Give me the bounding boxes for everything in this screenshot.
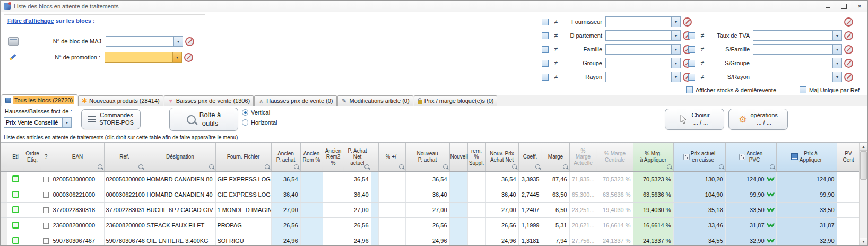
column-header[interactable]: Ancien PVC <box>725 143 776 171</box>
filter-checkbox[interactable] <box>542 19 549 25</box>
filter-combobox[interactable]: ▾ <box>605 72 681 82</box>
clear-promotion-icon[interactable] <box>184 53 193 62</box>
column-header[interactable]: PV Cent <box>837 143 860 171</box>
filter-combobox[interactable]: ▾ <box>605 58 681 68</box>
checkbox[interactable] <box>800 86 806 93</box>
fnct-combobox[interactable]: Prix Vente Conseillé ▾ <box>4 117 72 128</box>
filter-checkbox[interactable] <box>688 46 695 53</box>
column-header[interactable]: Ref. <box>104 143 145 171</box>
table-row[interactable]: 0200503000000020050300000HOMARD CANADIEN… <box>1 171 860 187</box>
maximize-button[interactable] <box>836 1 852 12</box>
column-header[interactable] <box>371 143 378 171</box>
column-header[interactable]: Coeff. <box>518 143 542 171</box>
radio-button[interactable] <box>242 109 248 116</box>
table-row[interactable]: 0000306221000000030622100HOMARD CANADIEN… <box>1 187 860 202</box>
tab-tous-les-blocs-29720[interactable]: Tous les blocs (29720) <box>2 94 77 106</box>
filter-checkbox[interactable] <box>542 74 549 81</box>
clear-filter-icon[interactable] <box>844 31 853 40</box>
column-header[interactable]: % Marge Actuelle <box>569 143 597 171</box>
filter-checkbox[interactable] <box>542 60 549 67</box>
tab-nouveaux-produits-28414[interactable]: Nouveaux produits (28414) <box>78 95 163 106</box>
tab-modifications-article-0[interactable]: Modifications article (0) <box>337 95 413 106</box>
column-header[interactable]: Désignation <box>145 143 215 171</box>
chevron-down-icon[interactable]: ▾ <box>832 31 841 40</box>
clear-filter-icon[interactable] <box>844 59 853 68</box>
radio-horizontal[interactable]: Horizontal <box>242 119 277 126</box>
row-checkbox[interactable] <box>43 192 49 198</box>
checkbox[interactable] <box>686 86 693 93</box>
clear-filter-icon[interactable] <box>844 73 853 82</box>
scroll-up-icon[interactable]: ▲ <box>860 143 867 151</box>
tab-hausses-prix-de-vente-0[interactable]: Hausses prix de vente (0) <box>254 95 336 106</box>
column-header[interactable] <box>1 143 7 171</box>
chevron-down-icon[interactable]: ▾ <box>173 37 183 46</box>
filter-combobox[interactable]: ▾ <box>753 44 842 55</box>
filter-combobox[interactable]: ▾ <box>605 30 681 41</box>
column-header[interactable]: Ancien Rem2 % <box>323 143 344 171</box>
clear-filter-icon[interactable] <box>844 17 853 27</box>
chevron-down-icon[interactable]: ▾ <box>671 45 680 54</box>
radio-button[interactable] <box>242 119 248 126</box>
commandes-store-pos-button[interactable]: CommandesSTORE-POS <box>81 109 141 129</box>
column-header[interactable]: Eti <box>7 143 24 171</box>
column-header[interactable]: ? <box>41 143 51 171</box>
column-header[interactable]: Nouvelle <box>449 143 467 171</box>
column-header[interactable]: Prix à Appliquer <box>776 143 837 171</box>
choisir-button[interactable]: Choisir... / ... <box>665 109 724 130</box>
chevron-down-icon[interactable]: ▾ <box>671 17 680 27</box>
filter-checkbox[interactable] <box>688 32 695 39</box>
tab-baisses-prix-de-vente-1306[interactable]: Baisses prix de vente (1306) <box>164 95 254 106</box>
row-checkbox[interactable] <box>43 223 49 229</box>
minimize-button[interactable] <box>820 1 836 12</box>
option-afficher-stocks[interactable]: Afficher stocks & dernièrevente <box>686 86 776 93</box>
filter-combobox[interactable]: ▾ <box>605 16 681 27</box>
clear-filter-icon[interactable] <box>683 17 692 27</box>
clear-filter-icon[interactable] <box>844 45 853 54</box>
column-header[interactable]: Nouv. Prix Achat Net <box>485 143 518 171</box>
column-header[interactable]: % Marge Centrale <box>597 143 633 171</box>
close-button[interactable]: × <box>852 1 867 12</box>
column-header[interactable]: EAN <box>51 143 104 171</box>
scrollbar-thumb[interactable] <box>860 151 867 180</box>
column-header[interactable]: Prix actuel en caisse <box>673 143 725 171</box>
filter-combobox[interactable]: ▾ <box>605 44 681 55</box>
boite-a-outils-button[interactable]: Boite àoutils <box>169 108 238 131</box>
chevron-down-icon[interactable]: ▾ <box>832 72 841 82</box>
column-header[interactable]: Ancien P. achat <box>271 143 300 171</box>
chevron-down-icon[interactable]: ▾ <box>62 118 71 127</box>
column-header[interactable]: P. Achat Net actuel <box>344 143 371 171</box>
chevron-down-icon[interactable]: ▾ <box>832 45 841 54</box>
filter-combobox[interactable]: ▾ <box>753 72 842 82</box>
filter-combobox[interactable]: ▾ <box>753 30 842 41</box>
row-checkbox[interactable] <box>43 177 49 182</box>
chevron-down-icon[interactable]: ▾ <box>172 52 181 62</box>
row-checkbox[interactable] <box>43 238 49 244</box>
promotion-combobox[interactable]: ▾ <box>105 52 182 63</box>
chevron-down-icon[interactable]: ▾ <box>832 58 841 68</box>
column-header[interactable]: % Mrg. à Appliquer <box>633 143 673 171</box>
table-row[interactable]: 5907803067467590780306746OIE ENTIERE 3.4… <box>1 233 860 245</box>
filter-checkbox[interactable] <box>688 74 695 81</box>
column-header[interactable]: Nouveau P. achat <box>405 143 449 171</box>
scroll-down-icon[interactable]: ▼ <box>860 238 867 245</box>
tab-prix-marge-bloqu-e-s-0[interactable]: Prix / marge bloqué(e)s (0) <box>414 95 498 106</box>
vertical-scrollbar[interactable]: ▲ ▼ <box>859 143 867 245</box>
radio-vertical[interactable]: Vertical <box>242 109 277 116</box>
chevron-down-icon[interactable]: ▾ <box>671 58 680 68</box>
column-header[interactable]: Ordre Etiq. <box>24 143 41 171</box>
operations-button[interactable]: ⚙ opérations... / ... <box>728 109 788 130</box>
clear-bloc-icon[interactable] <box>185 37 194 46</box>
option-maj-unique[interactable]: Maj Unique par Ref <box>800 86 860 93</box>
column-header[interactable]: % +/- <box>378 143 405 171</box>
chevron-down-icon[interactable]: ▾ <box>671 31 680 40</box>
table-row[interactable]: 2360082000000236008200000STEACK FAUX FIL… <box>1 217 860 233</box>
column-header[interactable]: Ancien Rem % <box>300 143 323 171</box>
filter-checkbox[interactable] <box>542 32 549 39</box>
table-row[interactable]: 3770022830318377002283031BUCHE 6P / CACA… <box>1 202 860 217</box>
filter-display-link[interactable]: Filtre d'affichage <box>7 17 54 24</box>
chevron-down-icon[interactable]: ▾ <box>671 72 680 82</box>
bloc-maj-combobox[interactable]: ▾ <box>106 36 183 47</box>
row-checkbox[interactable] <box>43 207 49 213</box>
column-header[interactable]: rem. % Suppl. <box>467 143 485 171</box>
filter-combobox[interactable]: ▾ <box>753 58 842 68</box>
